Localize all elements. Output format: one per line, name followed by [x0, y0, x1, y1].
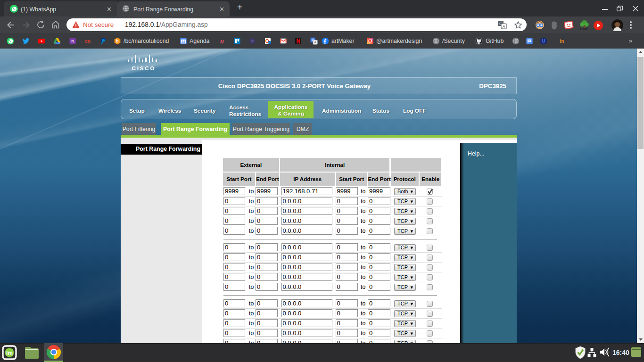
svg-text:co: co: [85, 39, 91, 44]
svg-text:A: A: [314, 41, 316, 44]
svg-text:22: 22: [182, 40, 185, 43]
svg-text:HTML: HTML: [580, 27, 588, 31]
svg-text:in: in: [560, 39, 564, 44]
svg-text:u: u: [220, 37, 224, 44]
svg-text:lm: lm: [6, 350, 13, 356]
svg-text:A: A: [503, 24, 505, 29]
svg-text:b: b: [116, 39, 118, 43]
svg-text:n: n: [71, 39, 74, 43]
